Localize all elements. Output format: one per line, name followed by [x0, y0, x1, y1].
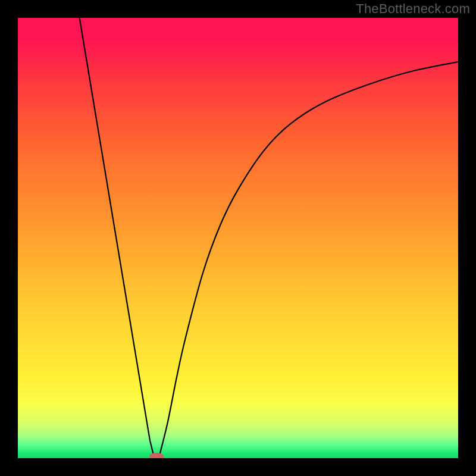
plot-area — [18, 18, 458, 458]
chart-frame: TheBottleneck.com — [0, 0, 476, 476]
watermark-text: TheBottleneck.com — [356, 1, 470, 17]
minimum-marker — [149, 453, 164, 458]
curve-layer — [18, 18, 458, 458]
bottleneck-curve — [80, 18, 458, 458]
